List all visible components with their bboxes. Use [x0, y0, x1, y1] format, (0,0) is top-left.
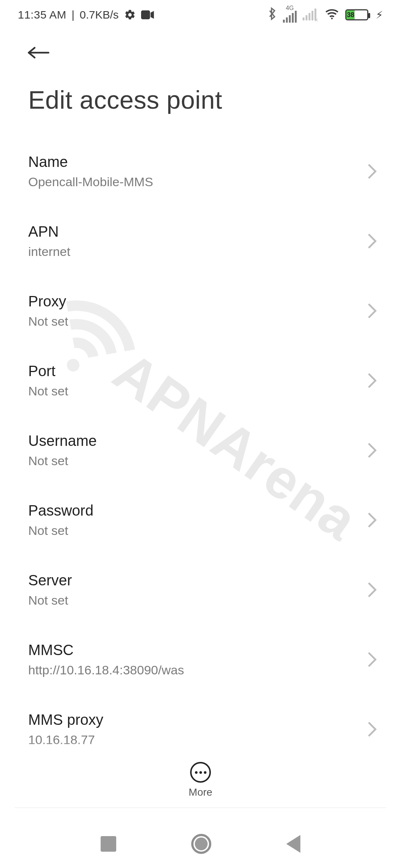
more-label: More: [189, 786, 212, 798]
settings-icon: [124, 9, 136, 21]
chevron-right-icon: [367, 442, 377, 458]
row-password[interactable]: Password Not set: [28, 485, 377, 555]
cellular-signal-1: 4G: [283, 7, 297, 23]
chevron-right-icon: [367, 233, 377, 249]
page-title: Edit access point: [0, 85, 401, 114]
chevron-right-icon: [367, 163, 377, 180]
wifi-icon: [325, 8, 339, 22]
chevron-right-icon: [367, 582, 377, 598]
row-label: Name: [28, 154, 153, 170]
row-port[interactable]: Port Not set: [28, 346, 377, 415]
settings-list: Name Opencall-Mobile-MMS APN internet Pr…: [0, 114, 401, 752]
chevron-right-icon: [367, 512, 377, 528]
chevron-right-icon: [367, 651, 377, 668]
row-label: MMSC: [28, 642, 184, 658]
back-button[interactable]: [27, 41, 50, 65]
row-label: Server: [28, 572, 72, 589]
row-label: Password: [28, 502, 94, 519]
charging-icon: ⚡︎: [376, 9, 383, 21]
cellular-signal-2: ✕: [303, 9, 319, 20]
system-nav-bar: [0, 834, 401, 854]
row-name[interactable]: Name Opencall-Mobile-MMS: [28, 137, 377, 206]
status-data-rate: 0.7KB/s: [80, 9, 119, 21]
row-value: http://10.16.18.4:38090/was: [28, 663, 184, 677]
row-mmsc[interactable]: MMSC http://10.16.18.4:38090/was: [28, 625, 377, 694]
status-sep: |: [72, 9, 75, 21]
svg-rect-0: [141, 10, 150, 19]
row-value: Not set: [28, 593, 72, 608]
row-value: Not set: [28, 384, 68, 398]
row-label: Username: [28, 433, 97, 449]
row-value: Not set: [28, 523, 94, 538]
row-apn[interactable]: APN internet: [28, 206, 377, 276]
row-value: Opencall-Mobile-MMS: [28, 175, 153, 189]
row-value: 10.16.18.77: [28, 733, 103, 747]
row-label: APN: [28, 223, 70, 240]
nav-home-button[interactable]: [191, 834, 211, 854]
row-value: Not set: [28, 454, 97, 468]
row-username[interactable]: Username Not set: [28, 415, 377, 485]
more-button[interactable]: More: [0, 762, 401, 798]
video-icon: [141, 10, 154, 20]
row-server[interactable]: Server Not set: [28, 555, 377, 625]
chevron-right-icon: [367, 372, 377, 389]
svg-point-1: [331, 17, 333, 19]
row-label: MMS proxy: [28, 711, 103, 728]
chevron-right-icon: [367, 303, 377, 319]
divider: [15, 808, 386, 808]
battery-percent: 38: [346, 10, 355, 19]
more-icon: [190, 762, 211, 783]
nav-back-button[interactable]: [286, 835, 300, 853]
row-label: Port: [28, 363, 68, 379]
status-bar: 11:35 AM | 0.7KB/s 4G ✕ 38 ⚡︎: [0, 0, 401, 30]
row-value: internet: [28, 244, 70, 259]
battery-icon: 38: [345, 9, 368, 20]
chevron-right-icon: [367, 721, 377, 737]
row-mms-proxy[interactable]: MMS proxy 10.16.18.77: [28, 694, 377, 752]
status-time: 11:35 AM: [18, 9, 66, 21]
row-value: Not set: [28, 314, 68, 329]
bluetooth-icon: [267, 7, 277, 23]
nav-recent-button[interactable]: [101, 836, 116, 852]
row-label: Proxy: [28, 293, 68, 310]
row-proxy[interactable]: Proxy Not set: [28, 276, 377, 346]
